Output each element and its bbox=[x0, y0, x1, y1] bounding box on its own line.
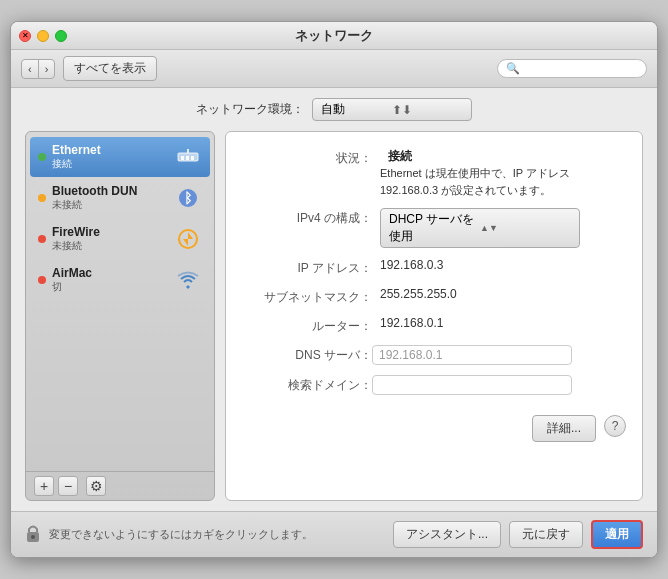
chevron-updown-icon: ⬆⬇ bbox=[392, 103, 463, 117]
network-env-label: ネットワーク環境： bbox=[196, 101, 304, 118]
sidebar-item-status-firewire: 未接続 bbox=[52, 239, 174, 253]
apply-button[interactable]: 適用 bbox=[591, 520, 643, 549]
lock-icon[interactable] bbox=[25, 523, 41, 546]
sidebar-item-firewire[interactable]: FireWire 未接続 bbox=[30, 219, 210, 259]
forward-button[interactable]: › bbox=[39, 60, 55, 78]
ipv4-select[interactable]: DHCP サーバを使用 ▲▼ bbox=[380, 208, 580, 248]
status-dot-airmac bbox=[38, 276, 46, 284]
router-row: ルーター： 192.168.0.1 bbox=[242, 316, 626, 335]
add-network-button[interactable]: + bbox=[34, 476, 54, 496]
status-dot-ethernet bbox=[38, 153, 46, 161]
sidebar: Ethernet 接続 bbox=[25, 131, 215, 501]
sidebar-item-status-ethernet: 接続 bbox=[52, 157, 174, 171]
details-panel: 状況： 接続 Ethernet は現在使用中で、IP アドレス 192.168.… bbox=[225, 131, 643, 501]
network-window: ✕ ネットワーク ‹ › すべてを表示 🔍 ネットワーク環境： 自動 ⬆⬇ bbox=[10, 21, 658, 558]
settings-network-button[interactable]: ⚙ bbox=[86, 476, 106, 496]
sidebar-list: Ethernet 接続 bbox=[26, 132, 214, 471]
search-box: 🔍 bbox=[497, 59, 647, 78]
ipv4-label: IPv4 の構成： bbox=[242, 208, 372, 227]
router-value: 192.168.0.1 bbox=[380, 316, 626, 330]
dns-row: DNS サーバ： 192.168.0.1 bbox=[242, 345, 626, 365]
status-description: Ethernet は現在使用中で、IP アドレス 192.168.0.3 が設定… bbox=[380, 167, 570, 196]
remove-network-button[interactable]: − bbox=[58, 476, 78, 496]
revert-button[interactable]: 元に戻す bbox=[509, 521, 583, 548]
traffic-lights: ✕ bbox=[19, 30, 67, 42]
status-dot-firewire bbox=[38, 235, 46, 243]
svg-rect-3 bbox=[191, 156, 194, 160]
ipv4-value: DHCP サーバを使用 bbox=[389, 211, 480, 245]
status-row: 状況： 接続 Ethernet は現在使用中で、IP アドレス 192.168.… bbox=[242, 148, 626, 198]
search-domain-label: 検索ドメイン： bbox=[242, 375, 372, 394]
sidebar-item-ethernet[interactable]: Ethernet 接続 bbox=[30, 137, 210, 177]
svg-rect-1 bbox=[181, 156, 184, 160]
search-icon: 🔍 bbox=[506, 62, 520, 75]
sidebar-item-info-bluetooth: Bluetooth DUN 未接続 bbox=[52, 184, 174, 212]
minimize-button[interactable] bbox=[37, 30, 49, 42]
sidebar-item-name-airmac: AirMac bbox=[52, 266, 174, 280]
svg-text:ᛒ: ᛒ bbox=[184, 190, 192, 206]
ip-label: IP アドレス： bbox=[242, 258, 372, 277]
titlebar: ✕ ネットワーク bbox=[11, 22, 657, 50]
help-button[interactable]: ? bbox=[604, 415, 626, 437]
search-input[interactable] bbox=[524, 63, 638, 75]
ip-value: 192.168.0.3 bbox=[380, 258, 626, 272]
maximize-button[interactable] bbox=[55, 30, 67, 42]
close-button[interactable]: ✕ bbox=[19, 30, 31, 42]
sidebar-item-status-bluetooth: 未接続 bbox=[52, 198, 174, 212]
ipv4-row: IPv4 の構成： DHCP サーバを使用 ▲▼ bbox=[242, 208, 626, 248]
sidebar-toolbar: + − ⚙ bbox=[26, 471, 214, 500]
bluetooth-icon: ᛒ bbox=[174, 184, 202, 212]
ipv4-chevron-icon: ▲▼ bbox=[480, 223, 571, 233]
sidebar-item-bluetooth[interactable]: Bluetooth DUN 未接続 ᛒ bbox=[30, 178, 210, 218]
subnet-row: サブネットマスク： 255.255.255.0 bbox=[242, 287, 626, 306]
router-label: ルーター： bbox=[242, 316, 372, 335]
ip-row: IP アドレス： 192.168.0.3 bbox=[242, 258, 626, 277]
window-footer: 変更できないようにするにはカギをクリックします。 アシスタント... 元に戻す … bbox=[11, 511, 657, 557]
wifi-icon bbox=[174, 266, 202, 294]
subnet-value: 255.255.255.0 bbox=[380, 287, 626, 301]
sidebar-item-info-ethernet: Ethernet 接続 bbox=[52, 143, 174, 171]
ethernet-icon bbox=[174, 143, 202, 171]
svg-point-9 bbox=[31, 535, 35, 539]
svg-rect-2 bbox=[186, 156, 189, 160]
back-button[interactable]: ‹ bbox=[22, 60, 39, 78]
status-value: 接続 bbox=[388, 149, 412, 163]
details-footer: 詳細... ? bbox=[242, 415, 626, 442]
nav-buttons: ‹ › bbox=[21, 59, 55, 79]
search-domain-row: 検索ドメイン： bbox=[242, 375, 626, 395]
show-all-button[interactable]: すべてを表示 bbox=[63, 56, 157, 81]
sidebar-item-airmac[interactable]: AirMac 切 bbox=[30, 260, 210, 300]
window-title: ネットワーク bbox=[295, 27, 373, 45]
dns-input[interactable]: 192.168.0.1 bbox=[372, 345, 572, 365]
dns-label: DNS サーバ： bbox=[242, 345, 372, 364]
assistant-button[interactable]: アシスタント... bbox=[393, 521, 501, 548]
sidebar-item-info-firewire: FireWire 未接続 bbox=[52, 225, 174, 253]
toolbar: ‹ › すべてを表示 🔍 bbox=[11, 50, 657, 88]
subnet-label: サブネットマスク： bbox=[242, 287, 372, 306]
status-label: 状況： bbox=[242, 148, 372, 167]
search-domain-input[interactable] bbox=[372, 375, 572, 395]
sidebar-item-name-bluetooth: Bluetooth DUN bbox=[52, 184, 174, 198]
network-env-row: ネットワーク環境： 自動 ⬆⬇ bbox=[25, 98, 643, 121]
sidebar-item-info-airmac: AirMac 切 bbox=[52, 266, 174, 294]
status-dot-bluetooth bbox=[38, 194, 46, 202]
main-panel: Ethernet 接続 bbox=[25, 131, 643, 501]
network-env-value: 自動 bbox=[321, 101, 392, 118]
network-env-select[interactable]: 自動 ⬆⬇ bbox=[312, 98, 472, 121]
lock-text: 変更できないようにするにはカギをクリックします。 bbox=[49, 527, 385, 542]
advanced-button[interactable]: 詳細... bbox=[532, 415, 596, 442]
sidebar-item-name-firewire: FireWire bbox=[52, 225, 174, 239]
content: ネットワーク環境： 自動 ⬆⬇ Ethernet 接続 bbox=[11, 88, 657, 511]
sidebar-item-name-ethernet: Ethernet bbox=[52, 143, 174, 157]
sidebar-item-status-airmac: 切 bbox=[52, 280, 174, 294]
firewire-icon bbox=[174, 225, 202, 253]
